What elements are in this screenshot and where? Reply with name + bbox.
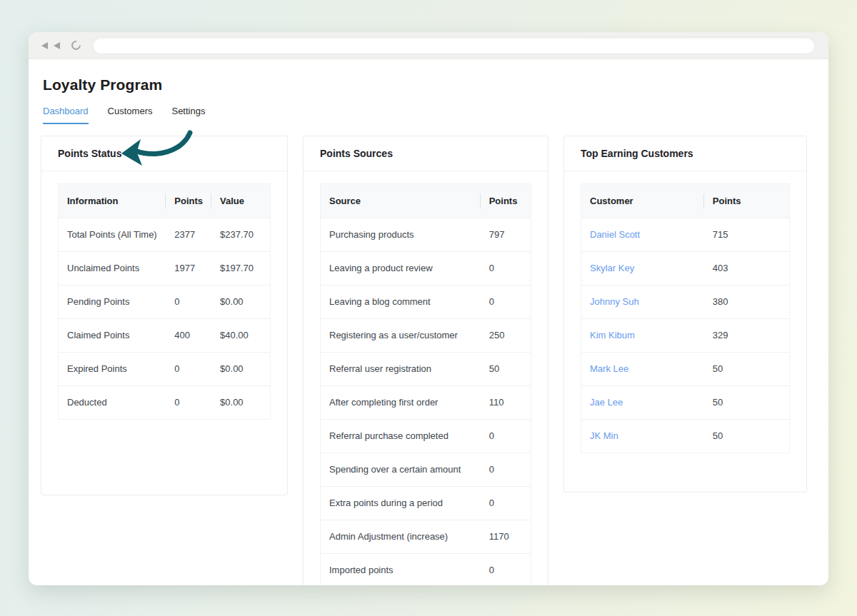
- status-points: 0: [166, 386, 211, 420]
- table-row: Kim Kibum 329: [581, 319, 790, 353]
- points-sources-body: Source Points Purchasing products 797 Le…: [304, 171, 548, 585]
- table-row: Referral purchase completed 0: [321, 420, 531, 453]
- points-sources-panel: Points Sources Source Points Purchasing: [303, 136, 548, 585]
- customer-points: 715: [704, 218, 790, 252]
- table-row: Mark Lee 50: [581, 353, 790, 386]
- table-row: Pending Points 0 $0.00: [59, 286, 271, 319]
- table-row: Skylar Key 403: [581, 252, 790, 286]
- table-row: Daniel Scott 715: [581, 218, 790, 252]
- source-points: 110: [481, 386, 531, 420]
- status-value: $197.70: [211, 252, 270, 286]
- points-sources-title: Points Sources: [320, 148, 393, 159]
- source-points: 0: [481, 453, 531, 487]
- status-value: $0.00: [211, 386, 270, 420]
- status-value: $0.00: [211, 286, 270, 319]
- table-row: Imported points 0: [321, 554, 531, 586]
- table-row: Expired Points 0 $0.00: [59, 353, 271, 386]
- table-row: Johnny Suh 380: [581, 286, 790, 319]
- customer-points: 329: [704, 319, 790, 353]
- page-content: Loyalty Program Dashboard Customers Sett…: [29, 59, 828, 585]
- customer-link[interactable]: Johnny Suh: [590, 296, 639, 307]
- top-customers-panel: Top Earning Customers Customer Points D: [563, 136, 807, 493]
- points-status-panel: Points Status Information Points Value: [41, 136, 288, 495]
- table-header-row: Source Points: [321, 184, 531, 218]
- source-points: 0: [481, 554, 531, 586]
- source-label: After completing first order: [321, 386, 481, 420]
- tab-settings[interactable]: Settings: [171, 106, 205, 124]
- customer-points: 380: [704, 286, 790, 319]
- table-row: After completing first order 110: [321, 386, 531, 420]
- table-row: Spending over a certain amount 0: [321, 453, 531, 487]
- table-row: Referral user registration 50: [321, 353, 531, 386]
- customer-points: 50: [704, 420, 790, 453]
- column-header-points: Points: [481, 184, 531, 218]
- table-row: Leaving a blog comment 0: [321, 286, 531, 319]
- status-points: 0: [166, 286, 211, 319]
- source-points: 0: [481, 252, 531, 286]
- customer-link[interactable]: JK Min: [590, 430, 618, 441]
- top-customers-header: Top Earning Customers: [564, 136, 806, 171]
- column-header-customer: Customer: [581, 184, 704, 218]
- customer-points: 403: [704, 252, 790, 286]
- source-points: 0: [481, 420, 531, 453]
- column-header-information: Information: [59, 184, 166, 218]
- status-value: $237.70: [211, 218, 270, 252]
- customer-link[interactable]: Daniel Scott: [590, 229, 640, 240]
- status-value: $40.00: [211, 319, 270, 353]
- table-row: Leaving a product review 0: [321, 252, 531, 286]
- customer-link[interactable]: Jae Lee: [590, 397, 623, 408]
- status-points: 2377: [166, 218, 211, 252]
- refresh-icon[interactable]: [69, 39, 82, 51]
- table-header-row: Information Points Value: [59, 184, 271, 218]
- browser-chrome: [29, 32, 828, 59]
- points-sources-header: Points Sources: [304, 136, 548, 171]
- source-label: Leaving a blog comment: [321, 286, 481, 319]
- column-header-points: Points: [166, 184, 211, 218]
- table-row: Admin Adjustment (increase) 1170: [321, 520, 531, 554]
- source-label: Extra points during a period: [321, 487, 481, 520]
- top-customers-title: Top Earning Customers: [581, 148, 693, 159]
- top-customers-table: Customer Points Daniel Scott 715 Skylar …: [581, 183, 790, 453]
- source-points: 50: [481, 353, 531, 386]
- source-points: 0: [481, 286, 531, 319]
- column-header-points: Points: [704, 184, 790, 218]
- status-label: Expired Points: [59, 353, 166, 386]
- status-label: Total Points (All Time): [59, 218, 166, 252]
- status-points: 0: [166, 353, 211, 386]
- dashboard-panels: Points Status Information Points Value: [41, 136, 808, 585]
- status-label: Pending Points: [59, 286, 166, 319]
- customer-points: 50: [704, 353, 790, 386]
- status-label: Claimed Points: [59, 319, 166, 353]
- table-row: Purchasing products 797: [321, 218, 531, 252]
- status-label: Unclaimed Points: [59, 252, 166, 286]
- customer-points: 50: [704, 386, 790, 420]
- tab-customers[interactable]: Customers: [108, 106, 153, 124]
- source-label: Imported points: [321, 554, 481, 586]
- browser-nav: [41, 41, 81, 50]
- top-customers-body: Customer Points Daniel Scott 715 Skylar …: [564, 171, 806, 466]
- source-label: Admin Adjustment (increase): [321, 520, 481, 554]
- table-row: Unclaimed Points 1977 $197.70: [59, 252, 271, 286]
- status-label: Deducted: [59, 386, 166, 420]
- source-label: Spending over a certain amount: [321, 453, 481, 487]
- table-header-row: Customer Points: [581, 184, 790, 218]
- table-row: Deducted 0 $0.00: [59, 386, 271, 420]
- tab-dashboard[interactable]: Dashboard: [43, 106, 89, 124]
- status-points: 400: [166, 319, 211, 353]
- source-label: Leaving a product review: [321, 252, 481, 286]
- hand-drawn-arrow-icon: [117, 130, 193, 171]
- browser-window: Loyalty Program Dashboard Customers Sett…: [29, 32, 828, 585]
- table-row: Registering as a user/customer 250: [321, 319, 531, 353]
- back-icon-secondary[interactable]: [54, 42, 60, 49]
- back-icon[interactable]: [41, 42, 48, 49]
- status-points: 1977: [166, 252, 211, 286]
- customer-link[interactable]: Kim Kibum: [590, 330, 635, 340]
- tab-bar: Dashboard Customers Settings: [43, 106, 808, 124]
- points-status-title: Points Status: [58, 148, 121, 159]
- status-value: $0.00: [211, 353, 270, 386]
- column-header-value: Value: [211, 184, 270, 218]
- table-row: JK Min 50: [581, 420, 790, 453]
- customer-link[interactable]: Skylar Key: [590, 263, 634, 273]
- url-bar[interactable]: [92, 36, 816, 54]
- customer-link[interactable]: Mark Lee: [590, 363, 628, 374]
